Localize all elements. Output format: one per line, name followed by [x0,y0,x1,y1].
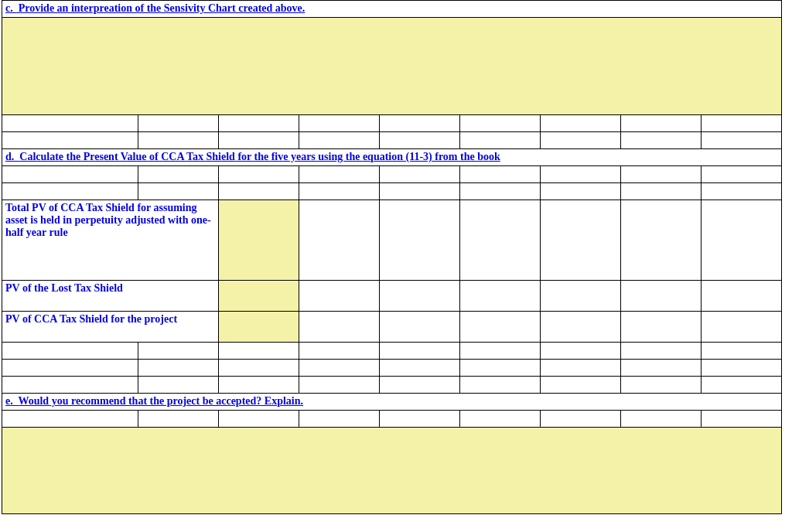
cell[interactable] [460,377,541,394]
cell[interactable] [380,115,460,132]
cell[interactable] [702,132,782,149]
cell[interactable] [460,183,541,200]
cell[interactable] [702,312,782,343]
cell[interactable] [299,360,380,377]
d-row1-label: Total PV of CCA Tax Shield for assuming … [2,200,219,281]
cell[interactable] [2,343,138,360]
cell[interactable] [541,183,621,200]
cell[interactable] [299,200,380,281]
cell[interactable] [702,360,782,377]
cell[interactable] [621,200,702,281]
cell[interactable] [299,132,380,149]
section-d-heading: d. Calculate the Present Value of CCA Ta… [2,149,782,166]
cell[interactable] [219,360,299,377]
cell[interactable] [541,360,621,377]
cell[interactable] [380,411,460,428]
cell[interactable] [380,183,460,200]
cell[interactable] [219,166,299,183]
cell[interactable] [138,360,219,377]
cell[interactable] [702,281,782,312]
cell[interactable] [380,281,460,312]
cell[interactable] [541,200,621,281]
cell[interactable] [702,200,782,281]
cell[interactable] [541,115,621,132]
section-e-answer-area[interactable] [2,428,782,514]
cell[interactable] [621,132,702,149]
cell[interactable] [380,360,460,377]
d-row2-label: PV of the Lost Tax Shield [2,281,219,312]
cell[interactable] [460,115,541,132]
cell[interactable] [2,377,138,394]
cell[interactable] [460,281,541,312]
cell[interactable] [219,343,299,360]
table-row [2,166,782,183]
cell[interactable] [299,281,380,312]
cell[interactable] [299,115,380,132]
cell[interactable] [621,343,702,360]
cell[interactable] [702,343,782,360]
cell[interactable] [299,411,380,428]
cell[interactable] [541,411,621,428]
cell[interactable] [541,281,621,312]
cell[interactable] [541,343,621,360]
cell[interactable] [299,377,380,394]
cell[interactable] [460,132,541,149]
cell[interactable] [621,281,702,312]
table-row [2,183,782,200]
cell[interactable] [299,183,380,200]
cell[interactable] [219,183,299,200]
cell[interactable] [380,200,460,281]
cell[interactable] [2,115,138,132]
cell[interactable] [621,115,702,132]
cell[interactable] [621,166,702,183]
cell[interactable] [138,343,219,360]
cell[interactable] [219,132,299,149]
cell[interactable] [380,166,460,183]
cell[interactable] [299,312,380,343]
cell[interactable] [138,377,219,394]
cell[interactable] [299,343,380,360]
cell[interactable] [621,411,702,428]
cell[interactable] [219,115,299,132]
cell[interactable] [541,132,621,149]
cell[interactable] [702,183,782,200]
cell[interactable] [621,312,702,343]
cell[interactable] [460,360,541,377]
cell[interactable] [621,183,702,200]
cell[interactable] [138,166,219,183]
cell[interactable] [138,411,219,428]
cell[interactable] [2,166,138,183]
cell[interactable] [621,377,702,394]
cell[interactable] [380,343,460,360]
d-row1-input[interactable] [219,200,299,281]
cell[interactable] [219,377,299,394]
d-row2-input[interactable] [219,281,299,312]
d-row3-input[interactable] [219,312,299,343]
cell[interactable] [460,343,541,360]
cell[interactable] [138,183,219,200]
cell[interactable] [460,312,541,343]
cell[interactable] [2,411,138,428]
cell[interactable] [702,115,782,132]
cell[interactable] [380,132,460,149]
cell[interactable] [219,411,299,428]
cell[interactable] [621,360,702,377]
cell[interactable] [2,360,138,377]
cell[interactable] [299,166,380,183]
section-c-answer-area[interactable] [2,18,782,115]
cell[interactable] [2,183,138,200]
cell[interactable] [702,377,782,394]
cell[interactable] [380,377,460,394]
cell[interactable] [541,166,621,183]
cell[interactable] [541,377,621,394]
cell[interactable] [460,200,541,281]
cell[interactable] [460,411,541,428]
cell[interactable] [460,166,541,183]
cell[interactable] [541,312,621,343]
cell[interactable] [138,115,219,132]
cell[interactable] [2,132,138,149]
cell[interactable] [138,132,219,149]
cell[interactable] [702,166,782,183]
cell[interactable] [380,312,460,343]
cell[interactable] [702,411,782,428]
